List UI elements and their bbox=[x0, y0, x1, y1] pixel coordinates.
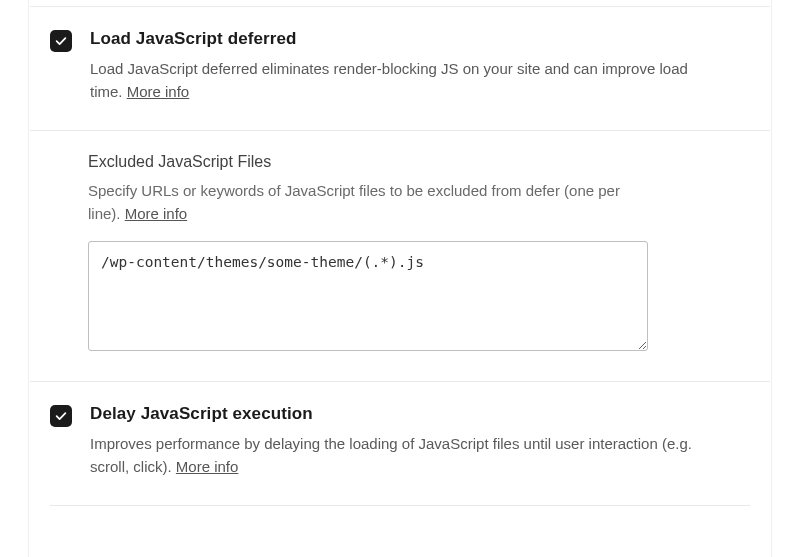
excluded-js-textarea[interactable] bbox=[88, 241, 648, 351]
defer-js-checkbox[interactable] bbox=[50, 30, 72, 52]
js-settings-panel: Load JavaScript deferred Load JavaScript… bbox=[0, 6, 800, 506]
delay-js-more-info-link[interactable]: More info bbox=[176, 458, 239, 475]
delay-js-description: Improves performance by delaying the loa… bbox=[90, 432, 710, 479]
check-icon bbox=[54, 34, 68, 48]
defer-js-description: Load JavaScript deferred eliminates rend… bbox=[90, 57, 710, 104]
check-icon bbox=[54, 409, 68, 423]
defer-js-section: Load JavaScript deferred Load JavaScript… bbox=[30, 6, 770, 130]
delay-js-section: Delay JavaScript execution Improves perf… bbox=[30, 381, 770, 505]
delay-js-title: Delay JavaScript execution bbox=[90, 404, 750, 424]
excluded-js-section: Excluded JavaScript Files Specify URLs o… bbox=[30, 130, 770, 382]
excluded-js-title: Excluded JavaScript Files bbox=[88, 153, 750, 171]
defer-js-more-info-link[interactable]: More info bbox=[127, 83, 190, 100]
delay-js-checkbox[interactable] bbox=[50, 405, 72, 427]
bottom-divider bbox=[50, 505, 750, 506]
excluded-js-description: Specify URLs or keywords of JavaScript f… bbox=[88, 179, 648, 226]
excluded-js-more-info-link[interactable]: More info bbox=[125, 205, 188, 222]
defer-js-title: Load JavaScript deferred bbox=[90, 29, 750, 49]
